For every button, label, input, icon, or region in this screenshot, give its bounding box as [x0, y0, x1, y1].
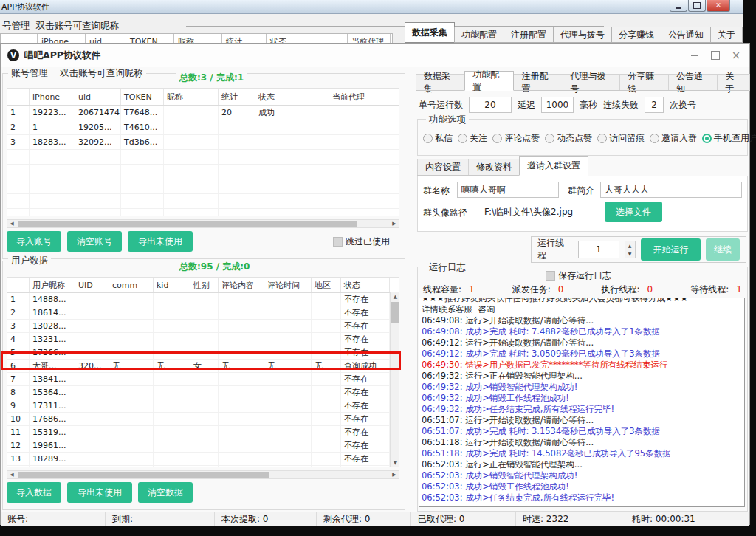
avatar-path-input[interactable] — [481, 205, 597, 219]
column-header[interactable]: TOKEN — [121, 89, 164, 105]
import-accounts-button[interactable]: 导入账号 — [7, 231, 61, 252]
scroll-left-icon[interactable]: ◀ — [7, 220, 16, 227]
users-hscrollbar[interactable]: ◀ ▶ — [7, 470, 399, 479]
scroll-left-icon[interactable]: ◀ — [7, 471, 16, 478]
users-vscrollbar[interactable]: ▲ ▼ — [390, 292, 399, 467]
column-header[interactable]: uid — [75, 89, 121, 105]
column-header[interactable] — [7, 278, 30, 292]
tab-数据采集[interactable]: 数据采集 — [416, 74, 465, 91]
bg-tab-注册配置[interactable]: 注册配置 — [504, 27, 554, 43]
bg-tab-关于[interactable]: 关于 — [710, 27, 743, 43]
column-header[interactable]: 地区 — [312, 278, 341, 292]
column-header[interactable]: 统计 — [219, 89, 255, 105]
bg-tab-数据采集[interactable]: 数据采集 — [405, 22, 455, 43]
sub-tab-内容设置[interactable]: 内容设置 — [417, 159, 469, 176]
bg-column-header[interactable]: TOKEN — [126, 34, 174, 43]
bg-minimize-button[interactable] — [670, 0, 687, 12]
bg-column-header[interactable] — [1, 34, 38, 43]
bg-column-header[interactable]: 状态 — [267, 34, 348, 43]
table-row[interactable]: 413231...不存在 — [7, 333, 399, 346]
fail-count-input[interactable] — [645, 97, 664, 113]
radio-option-邀请入群[interactable]: 邀请入群 — [650, 132, 697, 145]
table-row[interactable]: 1115319...不存在 — [7, 426, 399, 439]
bg-tab-分享赚钱[interactable]: 分享赚钱 — [611, 27, 662, 43]
clear-data-button[interactable]: 清空数据 — [138, 482, 193, 503]
maximize-button[interactable] — [708, 48, 723, 63]
bg-column-header[interactable]: 统计 — [222, 34, 267, 43]
run-count-input[interactable] — [469, 97, 512, 113]
tab-分享赚钱[interactable]: 分享赚钱 — [619, 74, 669, 91]
sub-tab-修改资料[interactable]: 修改资料 — [468, 159, 520, 176]
continue-button[interactable]: 继续 — [706, 238, 740, 261]
radio-option-评论点赞[interactable]: 评论点赞 — [492, 132, 540, 145]
clear-accounts-button[interactable]: 清空账号 — [67, 231, 122, 252]
column-header[interactable]: 昵称 — [164, 89, 219, 105]
radio-option-私信[interactable]: 私信 — [423, 132, 453, 145]
column-header[interactable]: 评论时间 — [264, 278, 312, 292]
scroll-up-icon[interactable]: ▲ — [391, 292, 400, 301]
table-row[interactable]: 917311...不存在 — [7, 399, 399, 413]
table-row[interactable]: 119223...20671474T7648...20成功 — [7, 106, 399, 120]
bg-column-header[interactable]: 当前代理 — [348, 34, 391, 43]
import-data-button[interactable]: 导入数据 — [7, 482, 61, 503]
thread-count-input[interactable] — [578, 241, 619, 258]
choose-file-button[interactable]: 选择文件 — [605, 202, 662, 222]
scroll-down-icon[interactable]: ▼ — [391, 458, 400, 467]
minimize-button[interactable] — [687, 48, 702, 63]
column-header[interactable]: 性别 — [190, 278, 219, 292]
column-header[interactable]: 状态 — [341, 278, 390, 292]
bg-close-button[interactable]: ✕ — [707, 0, 730, 12]
column-header[interactable] — [7, 89, 30, 105]
group-intro-input[interactable] — [600, 182, 742, 198]
column-header[interactable]: 用户昵称 — [30, 278, 75, 292]
column-header[interactable]: 当前代理 — [329, 89, 399, 105]
bg-column-header[interactable]: 昵称 — [174, 34, 222, 43]
column-header[interactable]: kid — [154, 278, 190, 292]
radio-option-手机查用户[interactable]: 手机查用户 — [702, 132, 756, 145]
group-name-input[interactable] — [457, 182, 559, 198]
export-unused-accounts-button[interactable]: 导出未使用 — [128, 231, 193, 252]
scroll-thumb[interactable] — [18, 472, 269, 478]
spinner-down-icon[interactable]: ▼ — [625, 250, 635, 258]
table-row[interactable]: 313028...不存在 — [7, 320, 399, 333]
table-row[interactable]: 713841...不存在 — [7, 373, 399, 386]
scroll-right-icon[interactable]: ▶ — [390, 220, 399, 227]
spinner-up-icon[interactable]: ▲ — [625, 241, 635, 250]
start-run-button[interactable]: 开始运行 — [641, 238, 701, 261]
radio-option-访问留痕[interactable]: 访问留痕 — [597, 132, 645, 145]
tab-代理与拨号[interactable]: 代理与拨号 — [563, 74, 620, 91]
table-row[interactable]: 218614...不存在 — [7, 306, 399, 320]
tab-公告通知[interactable]: 公告通知 — [668, 74, 718, 91]
scroll-right-icon[interactable]: ▶ — [390, 471, 399, 478]
column-header[interactable]: iPhone — [30, 89, 75, 105]
table-row[interactable]: 1318289...不存在 — [7, 453, 399, 466]
radio-option-动态点赞[interactable]: 动态点赞 — [545, 132, 592, 145]
delay-input[interactable] — [541, 97, 574, 113]
column-header[interactable]: 评论内容 — [219, 278, 264, 292]
scroll-thumb[interactable] — [391, 302, 399, 323]
column-header[interactable]: UID — [75, 278, 109, 292]
table-row[interactable]: 1219961...不存在 — [7, 439, 399, 453]
table-row[interactable]: 318283...32092...Td3b6... — [7, 135, 399, 150]
table-row[interactable]: 1017686...不存在 — [7, 413, 399, 426]
tab-功能配置[interactable]: 功能配置 — [464, 71, 514, 91]
accounts-hscrollbar[interactable]: ◀ ▶ — [7, 219, 399, 228]
bg-column-header[interactable]: uid — [86, 34, 126, 43]
export-unused-data-button[interactable]: 导出未使用 — [67, 482, 132, 503]
bg-maximize-button[interactable] — [688, 0, 706, 12]
tab-关于[interactable]: 关于 — [717, 74, 750, 91]
bg-tab-公告通知[interactable]: 公告通知 — [661, 27, 711, 43]
table-row[interactable]: 114888...不存在 — [7, 293, 399, 306]
scroll-thumb[interactable] — [18, 221, 357, 227]
table-row[interactable]: 2119205...T4610... — [7, 120, 399, 135]
save-log-checkbox[interactable]: 保存运行日志 — [546, 269, 611, 282]
table-row[interactable]: 1413504...不存在 — [7, 466, 399, 467]
column-header[interactable]: 状态 — [255, 89, 329, 105]
column-header[interactable]: comm — [109, 278, 154, 292]
table-row[interactable]: 815364...不存在 — [7, 386, 399, 399]
bg-tab-功能配置[interactable]: 功能配置 — [454, 27, 504, 43]
close-button[interactable]: × — [729, 48, 743, 63]
skip-used-checkbox[interactable]: 跳过已使用 — [333, 236, 390, 248]
radio-option-关注[interactable]: 关注 — [458, 132, 487, 145]
sub-tab-邀请入群设置[interactable]: 邀请入群设置 — [519, 156, 588, 176]
